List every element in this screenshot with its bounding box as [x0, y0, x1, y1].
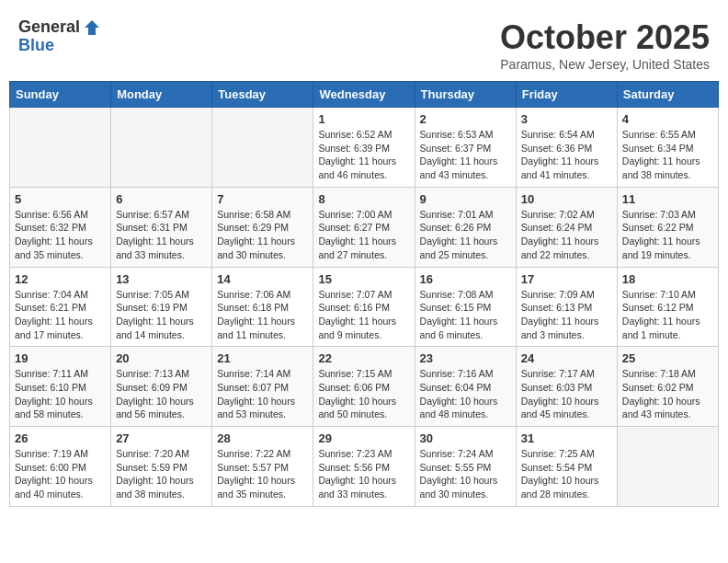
calendar-cell: 16Sunrise: 7:08 AMSunset: 6:15 PMDayligh…	[415, 267, 516, 347]
week-row-5: 26Sunrise: 7:19 AMSunset: 6:00 PMDayligh…	[10, 427, 719, 507]
week-row-3: 12Sunrise: 7:04 AMSunset: 6:21 PMDayligh…	[10, 267, 719, 347]
calendar-cell: 2Sunrise: 6:53 AMSunset: 6:37 PMDaylight…	[415, 108, 516, 188]
day-number: 26	[15, 431, 106, 445]
day-number: 12	[15, 272, 106, 286]
calendar-cell: 3Sunrise: 6:54 AMSunset: 6:36 PMDaylight…	[516, 108, 617, 188]
day-number: 16	[420, 272, 511, 286]
calendar-cell	[617, 427, 718, 507]
calendar-cell: 15Sunrise: 7:07 AMSunset: 6:16 PMDayligh…	[313, 267, 415, 347]
calendar-cell	[111, 108, 212, 188]
svg-marker-0	[85, 20, 99, 35]
week-row-4: 19Sunrise: 7:11 AMSunset: 6:10 PMDayligh…	[10, 347, 719, 427]
logo-blue-text: Blue	[18, 37, 101, 55]
day-number: 14	[217, 272, 308, 286]
calendar-cell: 1Sunrise: 6:52 AMSunset: 6:39 PMDaylight…	[313, 108, 415, 188]
calendar-cell: 7Sunrise: 6:58 AMSunset: 6:29 PMDaylight…	[212, 187, 313, 267]
day-info: Sunrise: 7:08 AMSunset: 6:15 PMDaylight:…	[420, 288, 511, 342]
day-info: Sunrise: 7:20 AMSunset: 5:59 PMDaylight:…	[116, 447, 207, 501]
day-info: Sunrise: 6:56 AMSunset: 6:32 PMDaylight:…	[15, 208, 106, 262]
day-number: 3	[521, 112, 612, 126]
day-info: Sunrise: 7:03 AMSunset: 6:22 PMDaylight:…	[622, 208, 713, 262]
day-number: 18	[622, 272, 713, 286]
calendar-cell: 23Sunrise: 7:16 AMSunset: 6:04 PMDayligh…	[415, 347, 516, 427]
day-info: Sunrise: 7:04 AMSunset: 6:21 PMDaylight:…	[15, 288, 106, 342]
calendar-cell: 22Sunrise: 7:15 AMSunset: 6:06 PMDayligh…	[313, 347, 415, 427]
day-number: 8	[318, 192, 409, 206]
day-number: 10	[521, 192, 612, 206]
calendar-cell: 5Sunrise: 6:56 AMSunset: 6:32 PMDaylight…	[10, 187, 111, 267]
calendar-table: SundayMondayTuesdayWednesdayThursdayFrid…	[9, 81, 719, 507]
day-info: Sunrise: 7:15 AMSunset: 6:06 PMDaylight:…	[318, 367, 409, 421]
calendar-cell: 24Sunrise: 7:17 AMSunset: 6:03 PMDayligh…	[516, 347, 617, 427]
day-number: 2	[420, 112, 511, 126]
calendar-cell: 14Sunrise: 7:06 AMSunset: 6:18 PMDayligh…	[212, 267, 313, 347]
calendar-cell: 11Sunrise: 7:03 AMSunset: 6:22 PMDayligh…	[617, 187, 718, 267]
day-info: Sunrise: 7:25 AMSunset: 5:54 PMDaylight:…	[521, 447, 612, 501]
calendar-cell	[10, 108, 111, 188]
day-info: Sunrise: 7:22 AMSunset: 5:57 PMDaylight:…	[217, 447, 308, 501]
day-number: 5	[15, 192, 106, 206]
calendar-cell: 20Sunrise: 7:13 AMSunset: 6:09 PMDayligh…	[111, 347, 212, 427]
day-info: Sunrise: 6:55 AMSunset: 6:34 PMDaylight:…	[622, 128, 713, 182]
calendar-cell: 26Sunrise: 7:19 AMSunset: 6:00 PMDayligh…	[10, 427, 111, 507]
calendar-cell: 25Sunrise: 7:18 AMSunset: 6:02 PMDayligh…	[617, 347, 718, 427]
day-info: Sunrise: 7:16 AMSunset: 6:04 PMDaylight:…	[420, 367, 511, 421]
day-number: 25	[622, 351, 713, 365]
day-info: Sunrise: 6:52 AMSunset: 6:39 PMDaylight:…	[318, 128, 409, 182]
day-number: 13	[116, 272, 207, 286]
day-number: 15	[318, 272, 409, 286]
day-info: Sunrise: 7:14 AMSunset: 6:07 PMDaylight:…	[217, 367, 308, 421]
calendar-cell: 9Sunrise: 7:01 AMSunset: 6:26 PMDaylight…	[415, 187, 516, 267]
month-title: October 2025	[500, 18, 710, 57]
calendar-cell: 12Sunrise: 7:04 AMSunset: 6:21 PMDayligh…	[10, 267, 111, 347]
weekday-header-wednesday: Wednesday	[313, 82, 415, 108]
day-number: 17	[521, 272, 612, 286]
day-number: 4	[622, 112, 713, 126]
day-number: 21	[217, 351, 308, 365]
calendar-cell: 18Sunrise: 7:10 AMSunset: 6:12 PMDayligh…	[617, 267, 718, 347]
day-number: 23	[420, 351, 511, 365]
day-info: Sunrise: 6:57 AMSunset: 6:31 PMDaylight:…	[116, 208, 207, 262]
day-info: Sunrise: 7:23 AMSunset: 5:56 PMDaylight:…	[318, 447, 409, 501]
day-number: 27	[116, 431, 207, 445]
day-info: Sunrise: 7:19 AMSunset: 6:00 PMDaylight:…	[15, 447, 106, 501]
weekday-header-tuesday: Tuesday	[212, 82, 313, 108]
day-info: Sunrise: 7:01 AMSunset: 6:26 PMDaylight:…	[420, 208, 511, 262]
calendar-cell: 28Sunrise: 7:22 AMSunset: 5:57 PMDayligh…	[212, 427, 313, 507]
day-number: 19	[15, 351, 106, 365]
day-info: Sunrise: 7:06 AMSunset: 6:18 PMDaylight:…	[217, 288, 308, 342]
calendar-cell: 31Sunrise: 7:25 AMSunset: 5:54 PMDayligh…	[516, 427, 617, 507]
weekday-header-monday: Monday	[111, 82, 212, 108]
day-info: Sunrise: 7:07 AMSunset: 6:16 PMDaylight:…	[318, 288, 409, 342]
calendar-cell: 29Sunrise: 7:23 AMSunset: 5:56 PMDayligh…	[313, 427, 415, 507]
calendar-cell: 4Sunrise: 6:55 AMSunset: 6:34 PMDaylight…	[617, 108, 718, 188]
day-info: Sunrise: 7:10 AMSunset: 6:12 PMDaylight:…	[622, 288, 713, 342]
day-number: 30	[420, 431, 511, 445]
weekday-header-friday: Friday	[516, 82, 617, 108]
calendar-cell: 27Sunrise: 7:20 AMSunset: 5:59 PMDayligh…	[111, 427, 212, 507]
day-number: 24	[521, 351, 612, 365]
day-number: 9	[420, 192, 511, 206]
logo-general-text: General	[18, 18, 80, 37]
weekday-header-saturday: Saturday	[617, 82, 718, 108]
calendar-cell: 30Sunrise: 7:24 AMSunset: 5:55 PMDayligh…	[415, 427, 516, 507]
day-number: 29	[318, 431, 409, 445]
day-info: Sunrise: 7:11 AMSunset: 6:10 PMDaylight:…	[15, 367, 106, 421]
calendar-cell: 13Sunrise: 7:05 AMSunset: 6:19 PMDayligh…	[111, 267, 212, 347]
title-block: October 2025 Paramus, New Jersey, United…	[500, 18, 710, 72]
calendar-cell: 21Sunrise: 7:14 AMSunset: 6:07 PMDayligh…	[212, 347, 313, 427]
day-info: Sunrise: 6:54 AMSunset: 6:36 PMDaylight:…	[521, 128, 612, 182]
location-text: Paramus, New Jersey, United States	[500, 57, 710, 72]
day-info: Sunrise: 6:58 AMSunset: 6:29 PMDaylight:…	[217, 208, 308, 262]
day-number: 28	[217, 431, 308, 445]
logo-icon	[83, 18, 101, 37]
day-info: Sunrise: 7:17 AMSunset: 6:03 PMDaylight:…	[521, 367, 612, 421]
day-info: Sunrise: 7:24 AMSunset: 5:55 PMDaylight:…	[420, 447, 511, 501]
calendar-cell: 8Sunrise: 7:00 AMSunset: 6:27 PMDaylight…	[313, 187, 415, 267]
calendar-cell: 17Sunrise: 7:09 AMSunset: 6:13 PMDayligh…	[516, 267, 617, 347]
day-number: 6	[116, 192, 207, 206]
day-info: Sunrise: 7:02 AMSunset: 6:24 PMDaylight:…	[521, 208, 612, 262]
day-number: 31	[521, 431, 612, 445]
calendar-cell	[212, 108, 313, 188]
day-number: 11	[622, 192, 713, 206]
